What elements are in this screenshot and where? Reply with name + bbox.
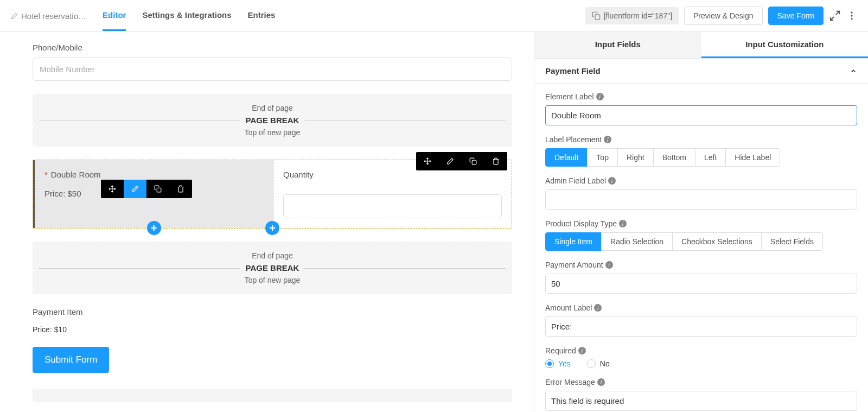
placement-hide[interactable]: Hide Label <box>725 148 780 167</box>
page-break-2[interactable]: End of page PAGE BREAK Top of new page <box>33 242 512 294</box>
expand-icon[interactable] <box>829 10 841 22</box>
display-single[interactable]: Single Item <box>545 232 602 251</box>
tab-settings[interactable]: Settings & Integrations <box>142 1 231 31</box>
info-icon[interactable]: i <box>619 220 627 227</box>
selected-container-row[interactable]: *Double Room Price: $50 + Quantity + <box>33 160 512 229</box>
info-icon[interactable]: i <box>605 261 613 269</box>
form-title-text: Hotel reservatio… <box>21 11 86 21</box>
placement-default[interactable]: Default <box>545 148 588 167</box>
display-checkbox[interactable]: Checkbox Selections <box>672 232 762 251</box>
required-yes[interactable]: Yes <box>545 359 571 368</box>
copy-icon <box>592 11 601 20</box>
move-icon[interactable] <box>416 152 439 170</box>
more-icon[interactable] <box>846 10 857 21</box>
label-placement-group: Label Placementi Default Top Right Botto… <box>545 135 857 167</box>
display-select[interactable]: Select Fields <box>761 232 823 251</box>
field-label-text: Double Room <box>51 170 101 179</box>
placement-right[interactable]: Right <box>617 148 654 167</box>
error-msg-group: Error Messagei <box>545 378 857 411</box>
error-msg-label: Error Messagei <box>545 378 857 386</box>
element-label-input[interactable] <box>545 105 857 125</box>
panel-header[interactable]: Payment Field <box>534 59 868 84</box>
info-icon[interactable]: i <box>597 378 605 386</box>
element-label-label: Element Labeli <box>545 92 857 101</box>
pb-mid-text: PAGE BREAK <box>39 263 506 272</box>
svg-point-2 <box>851 15 852 16</box>
move-icon[interactable] <box>101 180 124 198</box>
payment-item-field[interactable]: Payment Item Price: $10 <box>33 307 512 334</box>
pb-top-text: End of page <box>39 251 506 260</box>
main-tabs: Editor Settings & Integrations Entries <box>103 1 275 31</box>
selected-field-cell[interactable]: *Double Room Price: $50 + <box>33 160 273 228</box>
svg-rect-4 <box>472 160 476 164</box>
edit-icon[interactable] <box>124 180 146 198</box>
pencil-icon <box>11 12 18 20</box>
panel-body: Element Labeli Label Placementi Default … <box>534 84 868 412</box>
main-area: Phone/Mobile End of page PAGE BREAK Top … <box>0 32 868 412</box>
placement-bottom[interactable]: Bottom <box>653 148 695 167</box>
amount-label-label: Amount Labeli <box>545 303 857 312</box>
panel-title: Payment Field <box>545 66 601 75</box>
placement-top[interactable]: Top <box>587 148 618 167</box>
display-radio[interactable]: Radio Selection <box>601 232 673 251</box>
submit-button[interactable]: Submit Form <box>33 347 109 373</box>
delete-icon[interactable] <box>169 180 192 198</box>
display-type-group: Product Display Typei Single Item Radio … <box>545 219 857 251</box>
placement-left[interactable]: Left <box>695 148 726 167</box>
edit-icon[interactable] <box>439 152 462 170</box>
tab-input-customization[interactable]: Input Customization <box>701 32 869 58</box>
required-label: Requiredi <box>545 346 857 355</box>
form-canvas: Phone/Mobile End of page PAGE BREAK Top … <box>0 32 534 412</box>
add-field-button[interactable]: + <box>147 221 161 235</box>
row-toolbar <box>416 152 507 170</box>
radio-icon <box>587 359 596 368</box>
info-icon[interactable]: i <box>604 136 611 143</box>
field-toolbar <box>101 180 192 198</box>
shortcode-text: [fluentform id="187"] <box>604 11 672 20</box>
phone-input[interactable] <box>33 58 512 81</box>
info-icon[interactable]: i <box>578 347 586 354</box>
display-type-options: Single Item Radio Selection Checkbox Sel… <box>545 232 857 251</box>
add-row-button[interactable]: + <box>265 221 279 235</box>
field-label-row: *Double Room <box>44 170 263 179</box>
label-placement-label: Label Placementi <box>545 135 857 144</box>
chevron-up-icon <box>850 67 857 75</box>
preview-button[interactable]: Preview & Design <box>684 7 763 25</box>
required-yes-label: Yes <box>558 359 571 368</box>
svg-rect-5 <box>157 188 161 192</box>
element-label-group: Element Labeli <box>545 92 857 125</box>
svg-point-3 <box>851 18 852 20</box>
sidebar-tabs: Input Fields Input Customization <box>534 32 868 59</box>
info-icon[interactable]: i <box>608 177 616 185</box>
svg-point-1 <box>851 12 852 14</box>
duplicate-icon[interactable] <box>462 152 484 170</box>
form-title[interactable]: Hotel reservatio… <box>11 11 86 21</box>
label-placement-options: Default Top Right Bottom Left Hide Label <box>545 148 857 167</box>
payment-amount-group: Payment Amounti <box>545 261 857 294</box>
payment-amount-input[interactable] <box>545 274 857 294</box>
amount-label-input[interactable] <box>545 316 857 337</box>
required-options: Yes No <box>545 359 857 368</box>
quantity-input[interactable] <box>283 194 502 218</box>
svg-rect-0 <box>595 15 600 20</box>
bottom-spacer <box>33 389 512 402</box>
required-no-label: No <box>600 359 610 368</box>
tab-input-fields[interactable]: Input Fields <box>534 32 701 58</box>
pb-bottom-text: Top of new page <box>39 276 506 284</box>
error-msg-input[interactable] <box>545 391 857 411</box>
page-break-1[interactable]: End of page PAGE BREAK Top of new page <box>33 94 512 147</box>
info-icon[interactable]: i <box>594 304 602 312</box>
admin-label-input[interactable] <box>545 189 857 210</box>
tab-entries[interactable]: Entries <box>248 1 276 31</box>
info-icon[interactable]: i <box>596 93 604 100</box>
tab-editor[interactable]: Editor <box>103 1 126 31</box>
amount-label-group: Amount Labeli <box>545 303 857 337</box>
duplicate-icon[interactable] <box>146 180 169 198</box>
delete-icon[interactable] <box>484 152 507 170</box>
shortcode-display[interactable]: [fluentform id="187"] <box>585 7 679 24</box>
pb-mid-text: PAGE BREAK <box>39 116 506 125</box>
sidebar: Input Fields Input Customization Payment… <box>534 32 868 412</box>
save-button[interactable]: Save Form <box>768 7 824 25</box>
display-type-label: Product Display Typei <box>545 219 857 228</box>
required-no[interactable]: No <box>587 359 610 368</box>
